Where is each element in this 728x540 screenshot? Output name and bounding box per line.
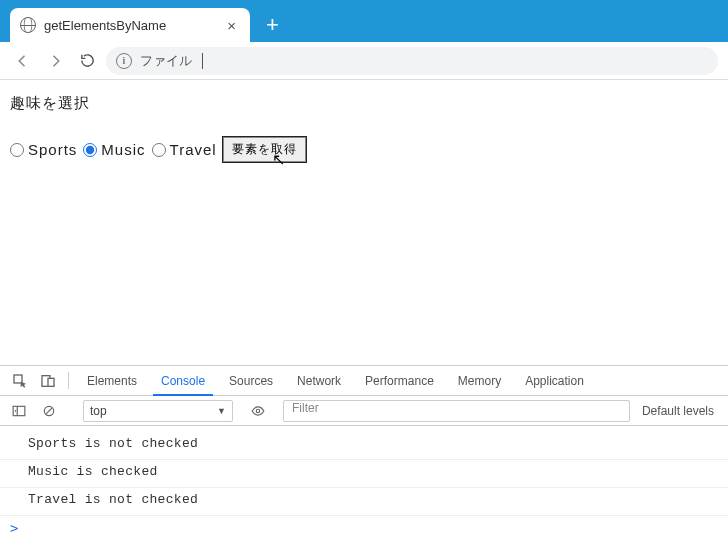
get-elements-button[interactable]: 要素を取得 [223,137,306,162]
page-heading: 趣味を選択 [10,94,718,113]
filter-placeholder: Filter [292,401,319,415]
console-sidebar-toggle[interactable] [6,400,32,422]
devtools-tab-sources[interactable]: Sources [217,366,285,395]
context-selector[interactable]: top ▼ [83,400,233,422]
context-label: top [90,404,107,418]
console-output: Sports is not checkedMusic is checkedTra… [0,426,728,516]
arrow-left-icon [14,52,32,70]
eye-icon [251,404,265,418]
console-filter-input[interactable]: Filter [283,400,630,422]
text-cursor [202,53,203,69]
forward-button[interactable] [42,48,68,74]
console-prompt[interactable]: > [0,516,728,540]
radio-option-music[interactable]: Music [83,141,145,158]
address-bar: i ファイル [0,42,728,80]
devtools-tab-console[interactable]: Console [149,366,217,395]
clear-console-button[interactable] [36,400,62,422]
sidebar-icon [12,404,26,418]
separator [68,372,69,389]
chevron-down-icon: ▼ [217,406,226,416]
reload-button[interactable] [74,48,100,74]
devtools-tab-application[interactable]: Application [513,366,596,395]
svg-point-5 [256,409,260,413]
radio-sports[interactable] [10,143,24,157]
devtools-tab-performance[interactable]: Performance [353,366,446,395]
url-text: ファイル [140,52,192,70]
live-expression-button[interactable] [245,400,271,422]
browser-tab[interactable]: getElementsByName × [10,8,250,42]
devtools-tab-memory[interactable]: Memory [446,366,513,395]
radio-option-sports[interactable]: Sports [10,141,77,158]
devtools-tab-network[interactable]: Network [285,366,353,395]
console-line: Sports is not checked [0,432,728,460]
radio-label: Sports [28,141,77,158]
device-icon [40,373,56,389]
radio-option-travel[interactable]: Travel [152,141,217,158]
console-line: Music is checked [0,460,728,488]
inspect-element-button[interactable] [6,366,34,395]
devtools-panel: ElementsConsoleSourcesNetworkPerformance… [0,365,728,540]
svg-rect-2 [48,378,54,386]
devtools-tab-bar: ElementsConsoleSourcesNetworkPerformance… [0,366,728,396]
url-box[interactable]: i ファイル [106,47,718,75]
log-levels-selector[interactable]: Default levels [634,404,722,418]
reload-icon [79,52,96,69]
page-content: 趣味を選択 SportsMusicTravel要素を取得 ↖ [0,80,728,365]
clear-icon [42,404,56,418]
console-toolbar: top ▼ Filter Default levels [0,396,728,426]
radio-travel[interactable] [152,143,166,157]
inspect-icon [12,373,28,389]
arrow-right-icon [46,52,64,70]
console-line: Travel is not checked [0,488,728,516]
close-icon[interactable]: × [223,17,240,34]
browser-titlebar: getElementsByName × + [0,0,728,42]
info-icon[interactable]: i [116,53,132,69]
devtools-tab-elements[interactable]: Elements [75,366,149,395]
back-button[interactable] [10,48,36,74]
hobby-options: SportsMusicTravel要素を取得 [10,137,718,162]
radio-label: Travel [170,141,217,158]
device-toolbar-button[interactable] [34,366,62,395]
radio-music[interactable] [83,143,97,157]
tab-title: getElementsByName [44,18,223,33]
new-tab-button[interactable]: + [266,14,279,36]
globe-icon [20,17,36,33]
radio-label: Music [101,141,145,158]
